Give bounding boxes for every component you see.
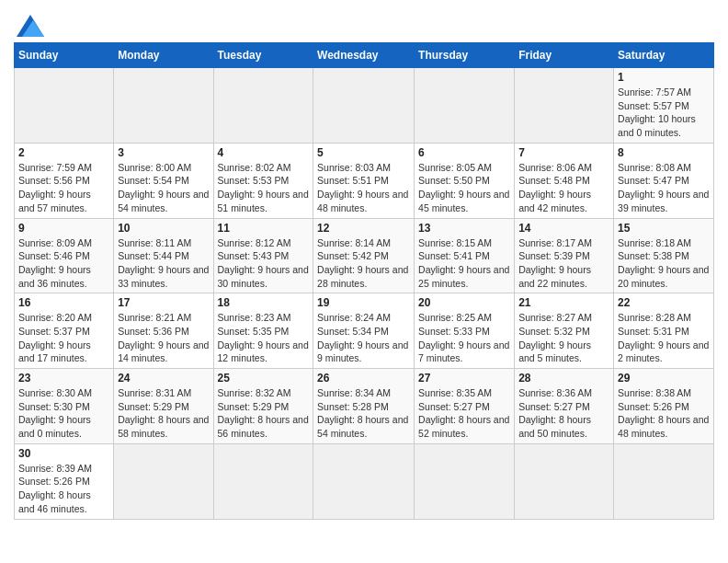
calendar-week-row: 30Sunrise: 8:39 AMSunset: 5:26 PMDayligh…: [15, 443, 714, 519]
calendar-cell: 19Sunrise: 8:24 AMSunset: 5:34 PMDayligh…: [313, 293, 415, 369]
day-info: Sunrise: 8:20 AMSunset: 5:37 PMDaylight:…: [18, 311, 109, 365]
calendar-cell: 9Sunrise: 8:09 AMSunset: 5:46 PMDaylight…: [15, 218, 114, 293]
calendar-cell: 2Sunrise: 7:59 AMSunset: 5:56 PMDaylight…: [15, 143, 114, 218]
calendar-cell: [213, 443, 313, 519]
calendar-cell: 1Sunrise: 7:57 AMSunset: 5:57 PMDaylight…: [614, 68, 714, 144]
day-number: 16: [18, 296, 109, 309]
calendar-cell: 23Sunrise: 8:30 AMSunset: 5:30 PMDayligh…: [15, 369, 114, 444]
calendar-cell: 4Sunrise: 8:02 AMSunset: 5:53 PMDaylight…: [213, 143, 313, 218]
day-info: Sunrise: 8:06 AMSunset: 5:48 PMDaylight:…: [518, 161, 609, 215]
day-number: 3: [118, 146, 209, 159]
day-info: Sunrise: 8:23 AMSunset: 5:35 PMDaylight:…: [218, 311, 310, 365]
column-header-tuesday: Tuesday: [213, 43, 313, 68]
calendar: SundayMondayTuesdayWednesdayThursdayFrid…: [14, 42, 714, 520]
day-info: Sunrise: 8:34 AMSunset: 5:28 PMDaylight:…: [317, 386, 410, 441]
calendar-cell: [415, 443, 515, 519]
calendar-cell: 5Sunrise: 8:03 AMSunset: 5:51 PMDaylight…: [313, 143, 415, 218]
day-info: Sunrise: 8:21 AMSunset: 5:36 PMDaylight:…: [118, 311, 209, 365]
calendar-cell: [515, 443, 614, 519]
day-info: Sunrise: 8:12 AMSunset: 5:43 PMDaylight:…: [218, 236, 310, 291]
column-header-saturday: Saturday: [614, 43, 714, 68]
day-number: 8: [618, 146, 710, 159]
calendar-cell: 12Sunrise: 8:14 AMSunset: 5:42 PMDayligh…: [313, 218, 415, 293]
day-info: Sunrise: 8:35 AMSunset: 5:27 PMDaylight:…: [418, 386, 510, 441]
day-number: 9: [18, 222, 109, 235]
day-info: Sunrise: 8:27 AMSunset: 5:32 PMDaylight:…: [518, 311, 609, 365]
day-info: Sunrise: 8:39 AMSunset: 5:26 PMDaylight:…: [18, 462, 109, 516]
logo: [14, 9, 44, 37]
calendar-cell: [415, 68, 515, 144]
calendar-week-row: 9Sunrise: 8:09 AMSunset: 5:46 PMDaylight…: [15, 218, 714, 293]
calendar-cell: 20Sunrise: 8:25 AMSunset: 5:33 PMDayligh…: [415, 293, 515, 369]
day-info: Sunrise: 8:03 AMSunset: 5:51 PMDaylight:…: [317, 161, 410, 215]
calendar-week-row: 16Sunrise: 8:20 AMSunset: 5:37 PMDayligh…: [15, 293, 714, 369]
calendar-cell: 28Sunrise: 8:36 AMSunset: 5:27 PMDayligh…: [515, 369, 614, 444]
day-info: Sunrise: 8:36 AMSunset: 5:27 PMDaylight:…: [518, 386, 609, 441]
calendar-cell: [114, 68, 213, 144]
calendar-week-row: 2Sunrise: 7:59 AMSunset: 5:56 PMDaylight…: [15, 143, 714, 218]
column-header-wednesday: Wednesday: [313, 43, 415, 68]
day-info: Sunrise: 8:31 AMSunset: 5:29 PMDaylight:…: [118, 386, 209, 441]
day-number: 23: [18, 372, 109, 385]
day-number: 29: [618, 372, 710, 385]
calendar-cell: 6Sunrise: 8:05 AMSunset: 5:50 PMDaylight…: [415, 143, 515, 218]
logo-icon: [17, 15, 44, 37]
day-number: 21: [518, 296, 609, 309]
calendar-cell: 22Sunrise: 8:28 AMSunset: 5:31 PMDayligh…: [614, 293, 714, 369]
day-info: Sunrise: 8:14 AMSunset: 5:42 PMDaylight:…: [317, 236, 410, 291]
calendar-cell: [114, 443, 213, 519]
calendar-cell: 13Sunrise: 8:15 AMSunset: 5:41 PMDayligh…: [415, 218, 515, 293]
calendar-cell: 25Sunrise: 8:32 AMSunset: 5:29 PMDayligh…: [213, 369, 313, 444]
calendar-cell: 30Sunrise: 8:39 AMSunset: 5:26 PMDayligh…: [15, 443, 114, 519]
day-info: Sunrise: 8:30 AMSunset: 5:30 PMDaylight:…: [18, 386, 109, 441]
day-info: Sunrise: 8:18 AMSunset: 5:38 PMDaylight:…: [618, 236, 710, 291]
calendar-cell: 18Sunrise: 8:23 AMSunset: 5:35 PMDayligh…: [213, 293, 313, 369]
calendar-cell: [313, 68, 415, 144]
day-number: 1: [618, 71, 710, 84]
day-info: Sunrise: 8:08 AMSunset: 5:47 PMDaylight:…: [618, 161, 710, 215]
calendar-cell: 24Sunrise: 8:31 AMSunset: 5:29 PMDayligh…: [114, 369, 213, 444]
day-info: Sunrise: 7:59 AMSunset: 5:56 PMDaylight:…: [18, 161, 109, 215]
day-info: Sunrise: 8:11 AMSunset: 5:44 PMDaylight:…: [118, 236, 209, 291]
column-header-thursday: Thursday: [415, 43, 515, 68]
day-info: Sunrise: 8:02 AMSunset: 5:53 PMDaylight:…: [218, 161, 310, 215]
day-number: 25: [218, 372, 310, 385]
day-info: Sunrise: 8:15 AMSunset: 5:41 PMDaylight:…: [418, 236, 510, 291]
day-number: 22: [618, 296, 710, 309]
calendar-cell: [614, 443, 714, 519]
day-number: 11: [218, 222, 310, 235]
day-number: 28: [518, 372, 609, 385]
calendar-cell: 17Sunrise: 8:21 AMSunset: 5:36 PMDayligh…: [114, 293, 213, 369]
day-number: 13: [418, 222, 510, 235]
day-number: 6: [418, 146, 510, 159]
day-info: Sunrise: 8:38 AMSunset: 5:26 PMDaylight:…: [618, 386, 710, 441]
day-number: 10: [118, 222, 209, 235]
calendar-cell: [213, 68, 313, 144]
column-header-monday: Monday: [114, 43, 213, 68]
calendar-cell: [313, 443, 415, 519]
column-header-friday: Friday: [515, 43, 614, 68]
day-number: 26: [317, 372, 410, 385]
calendar-cell: 14Sunrise: 8:17 AMSunset: 5:39 PMDayligh…: [515, 218, 614, 293]
day-info: Sunrise: 8:25 AMSunset: 5:33 PMDaylight:…: [418, 311, 510, 365]
day-number: 17: [118, 296, 209, 309]
day-number: 4: [218, 146, 310, 159]
calendar-cell: 15Sunrise: 8:18 AMSunset: 5:38 PMDayligh…: [614, 218, 714, 293]
column-header-sunday: Sunday: [15, 43, 114, 68]
calendar-week-row: 23Sunrise: 8:30 AMSunset: 5:30 PMDayligh…: [15, 369, 714, 444]
day-number: 5: [317, 146, 410, 159]
day-number: 2: [18, 146, 109, 159]
day-info: Sunrise: 8:28 AMSunset: 5:31 PMDaylight:…: [618, 311, 710, 365]
day-info: Sunrise: 7:57 AMSunset: 5:57 PMDaylight:…: [618, 86, 710, 140]
day-info: Sunrise: 8:09 AMSunset: 5:46 PMDaylight:…: [18, 236, 109, 291]
day-info: Sunrise: 8:17 AMSunset: 5:39 PMDaylight:…: [518, 236, 609, 291]
calendar-cell: 10Sunrise: 8:11 AMSunset: 5:44 PMDayligh…: [114, 218, 213, 293]
calendar-cell: 29Sunrise: 8:38 AMSunset: 5:26 PMDayligh…: [614, 369, 714, 444]
calendar-week-row: 1Sunrise: 7:57 AMSunset: 5:57 PMDaylight…: [15, 68, 714, 144]
calendar-cell: 7Sunrise: 8:06 AMSunset: 5:48 PMDaylight…: [515, 143, 614, 218]
day-number: 12: [317, 222, 410, 235]
calendar-cell: 16Sunrise: 8:20 AMSunset: 5:37 PMDayligh…: [15, 293, 114, 369]
calendar-cell: 3Sunrise: 8:00 AMSunset: 5:54 PMDaylight…: [114, 143, 213, 218]
day-info: Sunrise: 8:32 AMSunset: 5:29 PMDaylight:…: [218, 386, 310, 441]
calendar-header-row: SundayMondayTuesdayWednesdayThursdayFrid…: [15, 43, 714, 68]
